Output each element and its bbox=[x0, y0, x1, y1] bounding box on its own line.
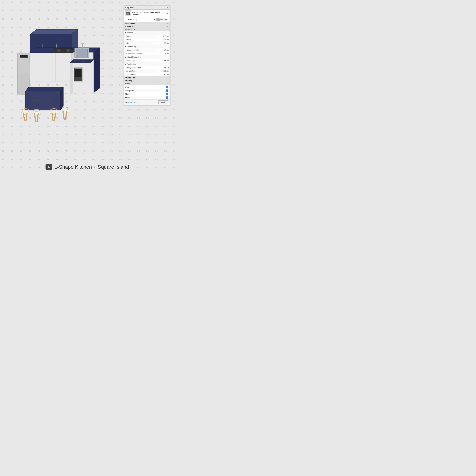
identity-data-section-header[interactable]: Identity Data «« bbox=[124, 76, 170, 79]
stove-offset-label: Stove Offset bbox=[124, 73, 155, 76]
constraints-collapse-icon: «« bbox=[167, 22, 168, 24]
sink-checkbox[interactable] bbox=[166, 93, 168, 95]
refrigerator-checkbox[interactable] bbox=[166, 89, 168, 92]
svg-rect-27 bbox=[82, 44, 83, 49]
appliances-group-row[interactable]: ▶ Appliances bbox=[124, 62, 170, 66]
panel-title: Properties bbox=[125, 6, 135, 9]
kitchen-group-label: Kitchen bbox=[127, 32, 133, 34]
stove-label: Stove bbox=[124, 96, 155, 99]
height-row: Height 95.00 bbox=[124, 41, 170, 45]
oven-label: Oven bbox=[124, 86, 155, 88]
label-text: L-Shape Kitchen + Square Island bbox=[54, 164, 129, 170]
other-section-header[interactable]: Other »» bbox=[124, 82, 170, 85]
oven-checkbox-cell[interactable] bbox=[155, 86, 170, 88]
phasing-label: Phasing bbox=[125, 80, 132, 82]
sink-row: Sink bbox=[124, 92, 170, 96]
countertop-thickness-row: Countertop Thickness 4.00 bbox=[124, 52, 170, 55]
sink-offset-value[interactable]: 160.00 bbox=[155, 70, 170, 72]
depth-value[interactable]: 335.00 bbox=[155, 38, 170, 41]
svg-rect-6 bbox=[20, 55, 27, 57]
svg-rect-36 bbox=[75, 69, 81, 77]
svg-marker-32 bbox=[70, 59, 94, 63]
object-info-row: RD_Kitchen L-Shape Island Square Standar… bbox=[124, 10, 170, 17]
countertop-thickness-value[interactable]: 4.00 bbox=[155, 52, 170, 55]
stove-checkbox-cell[interactable] bbox=[155, 96, 170, 99]
width-value[interactable]: 315.00 bbox=[155, 35, 170, 38]
constraints-label: Constraints bbox=[125, 22, 135, 24]
stove-offset-value[interactable]: 160.00 bbox=[155, 73, 170, 76]
graphics-collapse-icon: «« bbox=[167, 26, 168, 27]
dimensions-label: Dimensions bbox=[125, 28, 135, 30]
svg-rect-19 bbox=[54, 67, 57, 67]
refrigerator-offset-label: Refrigerator Offset bbox=[124, 66, 155, 69]
svg-rect-20 bbox=[67, 67, 70, 67]
svg-rect-37 bbox=[75, 68, 82, 69]
svg-rect-47 bbox=[33, 100, 40, 100]
svg-point-41 bbox=[58, 50, 60, 51]
svg-point-52 bbox=[33, 111, 40, 115]
refrigerator-offset-row: Refrigerator Offset 44.70 bbox=[124, 66, 170, 69]
height-value[interactable]: 95.00 bbox=[155, 42, 170, 45]
svg-rect-12 bbox=[70, 44, 71, 48]
svg-marker-14 bbox=[30, 29, 78, 34]
oven-checkbox[interactable] bbox=[166, 86, 168, 88]
constraints-section-header[interactable]: Constraints «« bbox=[124, 22, 170, 25]
refrigerator-label: Refrigerator bbox=[124, 89, 155, 92]
edit-type-button[interactable]: Edit Type bbox=[156, 18, 168, 21]
identity-data-label: Identity Data bbox=[125, 77, 136, 79]
countertop-thickness-label: Countertop Thickness bbox=[124, 52, 155, 55]
svg-point-49 bbox=[21, 111, 29, 115]
appliances-group-label: Appliances bbox=[127, 63, 136, 65]
stove-row: Stove bbox=[124, 96, 170, 99]
object-icon bbox=[125, 10, 131, 16]
island-dimensions-group-arrow: ▶ bbox=[125, 56, 126, 58]
other-collapse-icon: »» bbox=[167, 83, 168, 85]
object-dropdown-arrow[interactable]: ▼ bbox=[166, 12, 168, 15]
countertop-group-row[interactable]: ▶ Counter top bbox=[124, 45, 170, 48]
refrigerator-checkbox-cell[interactable] bbox=[155, 89, 170, 92]
width-row: Width 315.00 bbox=[124, 35, 170, 38]
svg-marker-31 bbox=[70, 59, 73, 96]
refrigerator-row: Refrigerator bbox=[124, 89, 170, 92]
svg-marker-43 bbox=[25, 87, 64, 91]
svg-marker-29 bbox=[94, 48, 100, 93]
countertop-width-label: Countertop Width bbox=[124, 49, 155, 52]
sink-offset-row: Sink Offset 160.00 bbox=[124, 69, 170, 73]
kitchen-group-row[interactable]: ▶ Kitchen bbox=[124, 31, 170, 35]
svg-rect-48 bbox=[45, 100, 51, 100]
phasing-section-header[interactable]: Phasing «« bbox=[124, 79, 170, 82]
countertop-group-arrow: ▶ bbox=[125, 46, 126, 47]
other-label: Other bbox=[125, 83, 130, 85]
sink-label: Sink bbox=[124, 93, 155, 95]
svg-rect-3 bbox=[29, 56, 30, 63]
svg-marker-15 bbox=[30, 53, 71, 82]
type-selector-row: Casework (1) Edit Type bbox=[124, 17, 170, 22]
identity-data-collapse-icon: «« bbox=[167, 77, 168, 79]
svg-point-55 bbox=[50, 111, 58, 115]
svg-rect-66 bbox=[158, 19, 159, 20]
type-select[interactable]: Casework (1) bbox=[125, 18, 156, 21]
dimensions-section-header[interactable]: Dimensions »» bbox=[124, 28, 170, 31]
appliances-group-arrow: ▶ bbox=[125, 63, 126, 65]
apply-button[interactable]: Apply bbox=[158, 100, 168, 104]
svg-point-58 bbox=[61, 109, 69, 113]
island-size-value[interactable]: 168.00 bbox=[155, 59, 170, 62]
panel-footer: Properties help Apply bbox=[124, 99, 170, 105]
dimensions-collapse-icon: »» bbox=[167, 29, 168, 30]
refrigerator-offset-value[interactable]: 44.70 bbox=[155, 66, 170, 69]
island-dimensions-group-row[interactable]: ▶ Island Dimensions bbox=[124, 55, 170, 59]
height-label: Height bbox=[124, 42, 155, 45]
graphics-section-header[interactable]: Graphics «« bbox=[124, 25, 170, 28]
countertop-width-value[interactable]: 65.00 bbox=[155, 49, 170, 52]
close-button[interactable]: ✕ bbox=[166, 6, 168, 9]
sink-checkbox-cell[interactable] bbox=[155, 93, 170, 95]
stove-checkbox[interactable] bbox=[166, 96, 168, 99]
depth-row: Depth 335.00 bbox=[124, 38, 170, 41]
oven-row: Oven bbox=[124, 85, 170, 89]
properties-help-link[interactable]: Properties help bbox=[125, 101, 137, 103]
sink-offset-label: Sink Offset bbox=[124, 70, 155, 72]
svg-rect-11 bbox=[56, 44, 57, 48]
svg-rect-26 bbox=[76, 49, 87, 57]
svg-rect-18 bbox=[41, 67, 44, 67]
island-size-row: Island Size 168.00 bbox=[124, 59, 170, 62]
